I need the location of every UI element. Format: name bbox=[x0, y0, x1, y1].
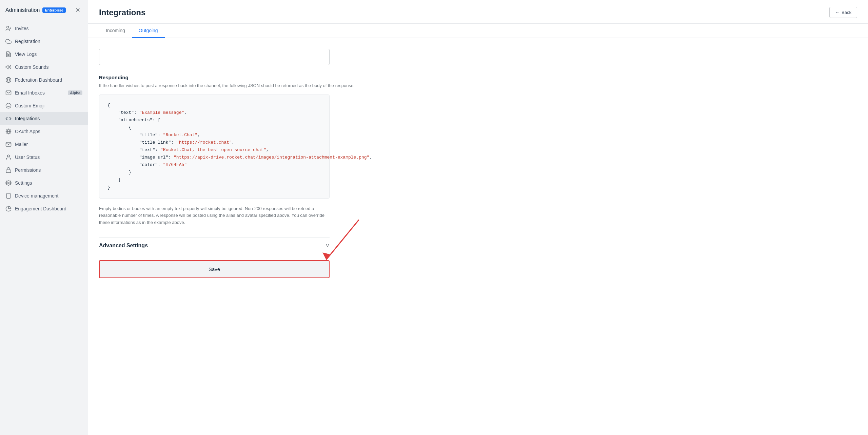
svg-rect-14 bbox=[6, 170, 11, 172]
sidebar-item-custom-emoji[interactable]: Custom Emoji bbox=[0, 99, 88, 112]
sidebar-item-device-management[interactable]: Device management bbox=[0, 189, 88, 202]
svg-marker-5 bbox=[6, 65, 8, 69]
tab-incoming[interactable]: Incoming bbox=[99, 24, 132, 38]
sidebar-item-view-logs[interactable]: View Logs bbox=[0, 48, 88, 61]
main-content: Integrations ← Back Incoming Outgoing Re… bbox=[88, 0, 868, 435]
close-sidebar-button[interactable]: ✕ bbox=[73, 5, 82, 15]
sidebar-item-label: Mailer bbox=[15, 142, 28, 147]
sidebar-item-custom-sounds[interactable]: Custom Sounds bbox=[0, 61, 88, 74]
tabs-container: Incoming Outgoing bbox=[88, 24, 868, 38]
globe2-icon bbox=[5, 128, 12, 134]
sidebar-item-engagement-dashboard[interactable]: Engagement Dashboard bbox=[0, 202, 88, 215]
svg-point-0 bbox=[7, 26, 9, 28]
sidebar-item-user-status[interactable]: User Status bbox=[0, 151, 88, 164]
svg-point-8 bbox=[6, 103, 11, 108]
sidebar-item-email-inboxes[interactable]: Email Inboxes Alpha bbox=[0, 86, 88, 99]
user-icon bbox=[5, 154, 12, 160]
svg-marker-19 bbox=[322, 252, 330, 260]
sidebar-item-label: Registration bbox=[15, 39, 40, 44]
sidebar-navigation: Invites Registration View Logs Custom So… bbox=[0, 19, 88, 218]
sidebar-item-registration[interactable]: Registration bbox=[0, 35, 88, 48]
sidebar-item-label: Email Inboxes bbox=[15, 90, 45, 96]
tab-incoming-label: Incoming bbox=[106, 28, 125, 33]
sidebar-item-label: Engagement Dashboard bbox=[15, 206, 66, 211]
svg-line-18 bbox=[326, 220, 359, 260]
sidebar-item-label: View Logs bbox=[15, 51, 37, 57]
cloud-icon bbox=[5, 38, 12, 44]
chevron-down-icon: ∨ bbox=[326, 242, 330, 249]
mail2-icon bbox=[5, 141, 12, 147]
save-button[interactable]: Save bbox=[99, 260, 330, 278]
advanced-settings-label: Advanced Settings bbox=[99, 243, 148, 249]
responding-label: Responding bbox=[99, 75, 857, 80]
sidebar-item-permissions[interactable]: Permissions bbox=[0, 164, 88, 177]
settings-icon bbox=[5, 180, 12, 186]
content-area: Responding If the handler wishes to post… bbox=[88, 38, 868, 435]
sidebar-item-label: Custom Sounds bbox=[15, 64, 49, 70]
sidebar-item-label: OAuth Apps bbox=[15, 129, 40, 134]
sidebar-title: Administration Enterprise bbox=[5, 7, 66, 13]
svg-point-15 bbox=[8, 182, 9, 184]
sidebar-item-label: Invites bbox=[15, 26, 28, 31]
body-description: Empty bodies or bodies with an empty tex… bbox=[99, 205, 330, 226]
lock-icon bbox=[5, 167, 12, 173]
sidebar-item-label: Settings bbox=[15, 180, 32, 186]
pie-chart-icon bbox=[5, 206, 12, 212]
save-button-wrapper: Save bbox=[99, 260, 330, 278]
tab-outgoing-label: Outgoing bbox=[139, 28, 158, 33]
sidebar-item-label: Permissions bbox=[15, 167, 41, 173]
sidebar-item-label: Custom Emoji bbox=[15, 103, 44, 108]
main-header: Integrations ← Back bbox=[88, 0, 868, 24]
file-text-icon bbox=[5, 51, 12, 57]
sidebar-header: Administration Enterprise ✕ bbox=[0, 0, 88, 19]
admin-title-text: Administration bbox=[5, 7, 40, 13]
enterprise-badge: Enterprise bbox=[42, 7, 65, 13]
svg-point-13 bbox=[7, 155, 9, 157]
sidebar-item-integrations[interactable]: Integrations bbox=[0, 112, 88, 125]
page-title: Integrations bbox=[99, 8, 145, 23]
person-plus-icon bbox=[5, 25, 12, 32]
sidebar-item-federation-dashboard[interactable]: Federation Dashboard bbox=[0, 74, 88, 86]
volume-icon bbox=[5, 64, 12, 70]
sidebar-item-oauth-apps[interactable]: OAuth Apps bbox=[0, 125, 88, 138]
tab-outgoing[interactable]: Outgoing bbox=[132, 24, 165, 38]
advanced-settings-toggle[interactable]: Advanced Settings ∨ bbox=[99, 237, 330, 253]
response-input-box[interactable] bbox=[99, 49, 330, 65]
sidebar-item-label: Integrations bbox=[15, 116, 40, 121]
back-arrow-icon: ← bbox=[835, 10, 840, 15]
globe-icon bbox=[5, 77, 12, 83]
tabs: Incoming Outgoing bbox=[99, 24, 857, 38]
sidebar-item-label: Federation Dashboard bbox=[15, 77, 62, 83]
sidebar: Administration Enterprise ✕ Invites Regi… bbox=[0, 0, 88, 435]
code-icon bbox=[5, 116, 12, 122]
sidebar-item-label: User Status bbox=[15, 154, 40, 160]
sidebar-item-invites[interactable]: Invites bbox=[0, 22, 88, 35]
back-button-label: Back bbox=[842, 10, 851, 15]
sidebar-item-settings[interactable]: Settings bbox=[0, 177, 88, 189]
sidebar-item-label: Device management bbox=[15, 193, 58, 199]
sidebar-item-mailer[interactable]: Mailer bbox=[0, 138, 88, 151]
alpha-badge: Alpha bbox=[68, 90, 82, 95]
code-block: { "text": "Example message", "attachment… bbox=[99, 95, 330, 199]
device-icon bbox=[5, 193, 12, 199]
smile-icon bbox=[5, 103, 12, 109]
back-button[interactable]: ← Back bbox=[829, 7, 857, 18]
responding-description: If the handler wishes to post a response… bbox=[99, 82, 857, 89]
mail-icon bbox=[5, 90, 12, 96]
